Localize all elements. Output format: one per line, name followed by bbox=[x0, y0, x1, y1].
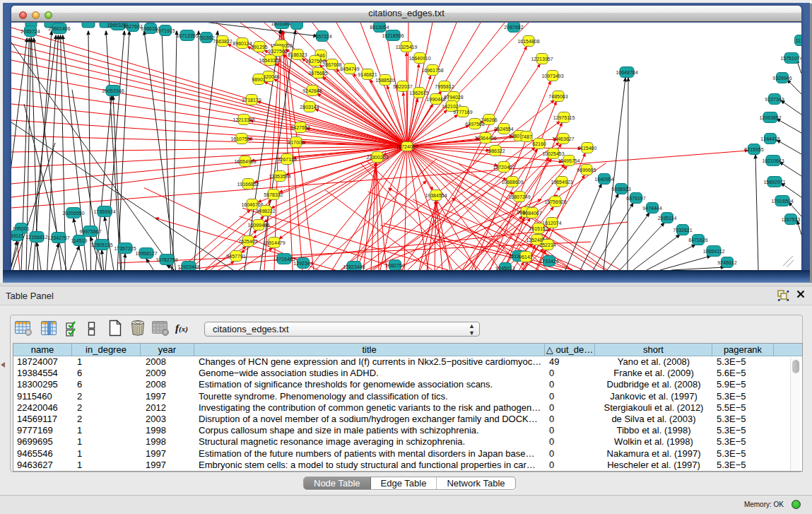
svg-text:3267110: 3267110 bbox=[278, 157, 297, 162]
svg-text:7663822: 7663822 bbox=[213, 39, 232, 44]
svg-text:9227349: 9227349 bbox=[765, 97, 784, 102]
svg-text:16807249: 16807249 bbox=[508, 194, 530, 199]
svg-text:9146821: 9146821 bbox=[358, 72, 377, 77]
svg-text:17357225: 17357225 bbox=[114, 246, 136, 251]
svg-text:2867608: 2867608 bbox=[322, 62, 341, 67]
svg-text:16961758: 16961758 bbox=[421, 68, 443, 73]
svg-text:5878332: 5878332 bbox=[264, 192, 283, 197]
svg-text:16713355: 16713355 bbox=[176, 33, 198, 38]
svg-text:7625402: 7625402 bbox=[238, 239, 257, 244]
svg-text:23300203: 23300203 bbox=[366, 155, 388, 160]
svg-text:16154808: 16154808 bbox=[517, 39, 539, 44]
svg-text:17359924: 17359924 bbox=[93, 209, 115, 214]
svg-text:1362615: 1362615 bbox=[409, 90, 428, 95]
svg-text:2935114: 2935114 bbox=[658, 216, 677, 221]
svg-text:62160: 62160 bbox=[532, 141, 546, 146]
svg-text:19166852: 19166852 bbox=[237, 182, 259, 187]
svg-text:5822037: 5822037 bbox=[393, 84, 412, 89]
svg-text:1244415: 1244415 bbox=[760, 136, 779, 141]
svg-text:9084067: 9084067 bbox=[522, 211, 541, 216]
svg-text:12213957: 12213957 bbox=[531, 57, 553, 62]
svg-text:5938923: 5938923 bbox=[611, 187, 630, 192]
svg-text:114519: 114519 bbox=[71, 238, 88, 243]
svg-text:8186323: 8186323 bbox=[288, 52, 307, 57]
svg-text:7955812: 7955812 bbox=[435, 84, 454, 89]
svg-text:9327503: 9327503 bbox=[268, 49, 287, 54]
svg-text:9245013: 9245013 bbox=[495, 266, 514, 271]
svg-text:2087682: 2087682 bbox=[504, 25, 523, 30]
svg-text:10688609: 10688609 bbox=[501, 180, 523, 185]
svg-text:252214: 252214 bbox=[539, 243, 555, 247]
svg-text:9777169: 9777169 bbox=[453, 110, 472, 115]
svg-text:7357224: 7357224 bbox=[312, 34, 331, 39]
svg-text:15751074: 15751074 bbox=[780, 56, 801, 61]
svg-text:1082759: 1082759 bbox=[385, 263, 404, 268]
svg-text:8960124: 8960124 bbox=[233, 41, 252, 46]
svg-text:1527602: 1527602 bbox=[123, 24, 142, 29]
svg-text:20691406: 20691406 bbox=[48, 26, 70, 31]
svg-text:1640954: 1640954 bbox=[594, 177, 613, 182]
svg-text:8471626: 8471626 bbox=[688, 238, 707, 243]
svg-text:99975867: 99975867 bbox=[79, 229, 101, 234]
svg-text:17016504: 17016504 bbox=[771, 199, 793, 204]
svg-text:1167533: 1167533 bbox=[782, 217, 801, 222]
svg-text:10958127: 10958127 bbox=[135, 251, 157, 256]
svg-text:8813054: 8813054 bbox=[370, 25, 389, 30]
svg-text:1615152: 1615152 bbox=[529, 226, 548, 231]
svg-text:16654983: 16654983 bbox=[234, 159, 256, 164]
svg-text:3624554: 3624554 bbox=[494, 127, 513, 132]
svg-text:9699695: 9699695 bbox=[577, 168, 596, 173]
svg-text:18724007: 18724007 bbox=[396, 144, 418, 149]
svg-text:15756928: 15756928 bbox=[544, 199, 566, 204]
svg-text:12923448: 12923448 bbox=[177, 264, 199, 269]
svg-text:12823448: 12823448 bbox=[343, 264, 365, 269]
svg-text:16640910: 16640910 bbox=[408, 56, 430, 61]
svg-text:10025453: 10025453 bbox=[542, 151, 564, 156]
svg-text:19654923: 19654923 bbox=[551, 180, 572, 185]
svg-text:891295: 891295 bbox=[251, 45, 267, 49]
svg-text:917006: 917006 bbox=[288, 140, 304, 145]
svg-text:8427552: 8427552 bbox=[290, 125, 310, 130]
svg-text:12342757: 12342757 bbox=[47, 235, 69, 240]
svg-text:1733426: 1733426 bbox=[539, 259, 558, 264]
svg-text:7986322: 7986322 bbox=[486, 148, 505, 153]
svg-text:10463627: 10463627 bbox=[552, 136, 574, 141]
svg-text:16046766: 16046766 bbox=[241, 202, 263, 207]
svg-text:9329946: 9329946 bbox=[772, 76, 792, 81]
svg-text:9115460: 9115460 bbox=[578, 146, 597, 151]
svg-text:96141: 96141 bbox=[519, 255, 533, 259]
svg-text:1612074: 1612074 bbox=[542, 221, 561, 226]
svg-text:1071915: 1071915 bbox=[155, 28, 175, 33]
svg-text:2055724: 2055724 bbox=[20, 29, 40, 34]
svg-text:10973493: 10973493 bbox=[541, 74, 563, 78]
svg-text:3875685: 3875685 bbox=[308, 71, 327, 76]
svg-text:39115: 39115 bbox=[11, 233, 24, 238]
svg-text:1588520: 1588520 bbox=[375, 78, 394, 83]
svg-text:12975115: 12975115 bbox=[553, 115, 575, 120]
svg-text:15720407: 15720407 bbox=[493, 165, 514, 170]
svg-text:16099485: 16099485 bbox=[247, 223, 269, 228]
svg-text:15692971: 15692971 bbox=[763, 180, 785, 185]
svg-text:1990448: 1990448 bbox=[426, 97, 445, 102]
svg-text:19384554: 19384554 bbox=[425, 193, 447, 198]
svg-text:16210643: 16210643 bbox=[762, 158, 784, 163]
svg-text:7485063: 7485063 bbox=[548, 94, 567, 99]
svg-text:13716485: 13716485 bbox=[273, 257, 295, 262]
svg-text:12156812: 12156812 bbox=[25, 235, 47, 240]
svg-text:8454749: 8454749 bbox=[340, 66, 359, 71]
svg-text:2718170: 2718170 bbox=[242, 98, 261, 103]
svg-text:12093852: 12093852 bbox=[759, 115, 781, 120]
svg-text:13353594: 13353594 bbox=[269, 174, 290, 179]
svg-text:751552: 751552 bbox=[198, 35, 214, 40]
svg-text:10648784: 10648784 bbox=[616, 70, 637, 75]
svg-text:8215955: 8215955 bbox=[744, 147, 763, 152]
svg-text:16914479: 16914479 bbox=[263, 240, 285, 245]
svg-text:7487: 7487 bbox=[521, 134, 532, 139]
svg-text:7032621: 7032621 bbox=[673, 228, 692, 233]
svg-text:2803144: 2803144 bbox=[300, 105, 319, 110]
svg-text:12213383: 12213383 bbox=[233, 117, 254, 122]
svg-text:1112: 1112 bbox=[796, 38, 801, 43]
svg-text:6794028: 6794028 bbox=[444, 95, 463, 100]
svg-text:9474444: 9474444 bbox=[642, 206, 661, 211]
svg-text:9242848: 9242848 bbox=[302, 88, 322, 93]
